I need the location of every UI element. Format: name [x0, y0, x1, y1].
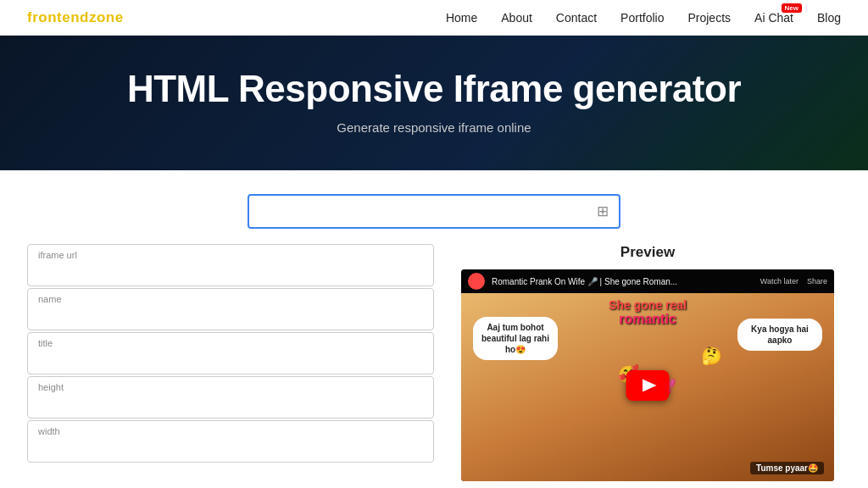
preview-section: Preview Romantic Prank On Wife 🎤 | She g…: [454, 244, 841, 481]
share-btn[interactable]: Share: [807, 277, 827, 286]
site-logo[interactable]: frontendzone: [27, 9, 124, 26]
speech-bubble-right: Kya hogya hai aapko: [737, 319, 822, 351]
yt-bar-text: Romantic Prank On Wife 🎤 | She gone Roma…: [492, 277, 754, 286]
yt-content: She gone real romantic Aaj tum bohot bea…: [461, 293, 834, 481]
title-input[interactable]: frontendzone: [28, 333, 433, 374]
speech-bubble-left: Aaj tum bohot beautiful lag rahi ho😍: [473, 317, 558, 360]
nav-item-blog[interactable]: Blog: [817, 10, 841, 25]
yt-title-overlay: She gone real romantic: [609, 298, 687, 327]
search-input[interactable]: table of content: [249, 196, 587, 227]
new-badge: New: [782, 3, 802, 13]
width-label: width: [38, 426, 60, 436]
width-field: width 100%: [27, 420, 434, 463]
hero-title: HTML Responsive Iframe generator: [17, 68, 851, 110]
name-field: name My iframe: [27, 288, 434, 330]
yt-title-line2: romantic: [609, 312, 687, 327]
yt-bottom-text: Tumse pyaar🤩: [750, 462, 824, 474]
iframe-url-label: iframe url: [38, 250, 77, 260]
preview-frame: Romantic Prank On Wife 🎤 | She gone Roma…: [461, 269, 834, 481]
hero-section: HTML Responsive Iframe generator Generat…: [0, 36, 868, 170]
nav-item-home[interactable]: Home: [446, 10, 477, 25]
search-section: table of content ⊞: [0, 194, 868, 229]
width-input[interactable]: 100%: [28, 421, 433, 462]
nav-item-portfolio[interactable]: Portfolio: [620, 10, 664, 25]
form-section: iframe url https://www.youtube.com/embed…: [27, 244, 434, 481]
nav-links: Home About Contact Portfolio Projects Ai…: [446, 10, 841, 25]
iframe-url-input[interactable]: https://www.youtube.com/embed/jzCUfzvH9A…: [28, 245, 433, 286]
title-field: title frontendzone: [27, 332, 434, 374]
height-field: height 510: [27, 376, 434, 419]
main-content: iframe url https://www.youtube.com/embed…: [0, 244, 868, 488]
name-input[interactable]: My iframe: [28, 289, 433, 330]
height-input[interactable]: 510: [28, 377, 433, 418]
yt-bar-actions: Watch later Share: [760, 277, 827, 286]
table-icon[interactable]: ⊞: [587, 202, 619, 220]
emoji-thinking: 🤔: [701, 346, 722, 366]
yt-channel-icon: [468, 273, 485, 290]
hero-subtitle: Generate responsive iframe online: [17, 120, 851, 135]
watch-later-btn[interactable]: Watch later: [760, 277, 798, 286]
name-label: name: [38, 294, 62, 304]
yt-title-line1: She gone real: [609, 298, 687, 312]
title-label: title: [38, 338, 53, 348]
preview-title: Preview: [620, 244, 675, 261]
yt-play-button[interactable]: [626, 370, 670, 404]
nav-item-contact[interactable]: Contact: [556, 10, 597, 25]
height-label: height: [38, 382, 64, 392]
nav-item-projects[interactable]: Projects: [687, 10, 731, 25]
nav-item-aichat[interactable]: Ai Chat New: [754, 10, 793, 25]
nav-item-about[interactable]: About: [501, 10, 532, 25]
navbar: frontendzone Home About Contact Portfoli…: [0, 0, 868, 36]
search-bar: table of content ⊞: [248, 194, 620, 229]
yt-bar: Romantic Prank On Wife 🎤 | She gone Roma…: [461, 269, 834, 293]
iframe-url-field: iframe url https://www.youtube.com/embed…: [27, 244, 434, 286]
